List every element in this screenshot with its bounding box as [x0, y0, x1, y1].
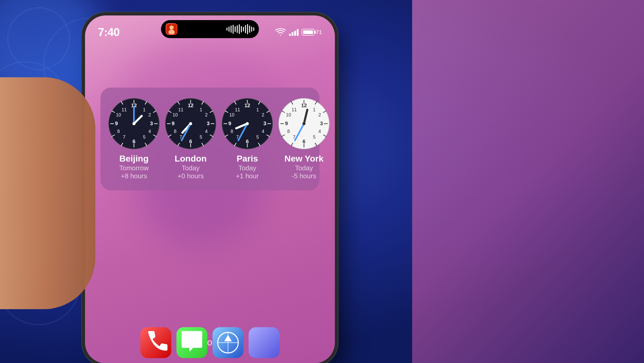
clock-label-paris: Paris Today +1 hour: [236, 154, 259, 180]
clock-widget[interactable]: 12 3 6 9 1 2 4 5 7 8 10 11: [100, 88, 319, 190]
status-time: 7:40: [98, 26, 120, 39]
svg-text:8: 8: [287, 129, 290, 134]
svg-text:8: 8: [174, 129, 176, 134]
svg-marker-125: [224, 335, 232, 341]
svg-text:9: 9: [115, 121, 118, 126]
svg-point-0: [8, 8, 70, 70]
island-waveform: [226, 24, 254, 34]
app-icon-app[interactable]: [249, 327, 279, 358]
svg-text:4: 4: [262, 129, 264, 134]
svg-text:11: 11: [292, 107, 297, 112]
right-background: [412, 0, 644, 363]
clock-face-beijing: 12 3 6 9 1 2 4 5 7 8 10 11: [108, 98, 160, 149]
svg-text:2: 2: [318, 112, 321, 117]
app-dock: [100, 327, 319, 358]
svg-text:11: 11: [178, 107, 183, 112]
svg-text:5: 5: [143, 134, 146, 140]
svg-text:10: 10: [229, 112, 234, 117]
svg-point-65: [189, 122, 192, 125]
svg-text:6: 6: [189, 139, 192, 144]
svg-text:12: 12: [244, 103, 250, 108]
svg-text:12: 12: [301, 103, 307, 108]
svg-text:1: 1: [256, 107, 259, 112]
svg-text:2: 2: [148, 112, 151, 117]
svg-text:5: 5: [313, 134, 316, 140]
clock-item-newyork: 12 3 6 9 1 2 4 5 7 8 10 11: [278, 98, 330, 180]
svg-text:8: 8: [117, 129, 120, 134]
svg-text:5: 5: [256, 134, 259, 140]
clock-label-newyork: New York Today -5 hours: [284, 154, 324, 180]
svg-text:2: 2: [205, 112, 208, 117]
wifi-icon: [275, 28, 286, 36]
svg-text:6: 6: [302, 139, 305, 144]
svg-point-93: [246, 122, 249, 125]
app-icon-messages[interactable]: [176, 327, 207, 358]
signal-icon: [289, 29, 299, 36]
svg-text:7: 7: [123, 134, 125, 140]
clock-item-beijing: 12 3 6 9 1 2 4 5 7 8 10 11: [108, 98, 160, 180]
svg-text:4: 4: [148, 129, 151, 134]
svg-point-8: [170, 26, 174, 30]
svg-point-121: [302, 122, 306, 125]
clock-label-london: London Today +0 hours: [175, 154, 207, 180]
svg-point-37: [132, 122, 135, 125]
svg-text:8: 8: [231, 129, 233, 134]
svg-text:1: 1: [143, 107, 146, 112]
clock-face-london: 12 3 6 9 1 2 4 5 7 8 10 11: [165, 98, 216, 149]
clock-item-paris: 12 3 6 9 1 2 4 5 7 8 10 11: [222, 98, 273, 180]
clock-face-newyork: 12 3 6 9 1 2 4 5 7 8 10 11: [278, 98, 330, 149]
svg-text:2: 2: [262, 112, 264, 117]
svg-text:9: 9: [228, 121, 231, 126]
hand: [0, 77, 95, 309]
svg-text:10: 10: [173, 112, 178, 117]
svg-text:5: 5: [200, 134, 202, 140]
svg-text:11: 11: [122, 107, 127, 112]
clock-face-paris: 12 3 6 9 1 2 4 5 7 8 10 11: [222, 98, 273, 149]
island-avatar: [166, 23, 177, 35]
svg-text:1: 1: [200, 107, 202, 112]
app-icon-safari[interactable]: [213, 327, 243, 358]
svg-text:12: 12: [188, 103, 193, 108]
app-icon-phone[interactable]: [140, 327, 171, 358]
status-bar: 7:40: [85, 15, 335, 41]
svg-text:11: 11: [235, 107, 240, 112]
battery-level: 71: [316, 29, 322, 36]
svg-text:4: 4: [205, 129, 208, 134]
svg-text:9: 9: [285, 121, 288, 126]
svg-text:10: 10: [116, 112, 121, 117]
battery-icon: [302, 29, 315, 36]
phone-frame: 7:40: [85, 15, 335, 363]
dynamic-island: [161, 20, 259, 38]
svg-text:3: 3: [320, 121, 323, 126]
svg-text:3: 3: [150, 121, 153, 126]
svg-text:9: 9: [172, 121, 174, 126]
svg-text:6: 6: [246, 139, 249, 144]
clock-item-london: 12 3 6 9 1 2 4 5 7 8 10 11: [165, 98, 216, 180]
svg-text:10: 10: [286, 112, 291, 117]
svg-text:3: 3: [207, 121, 209, 126]
svg-text:3: 3: [263, 121, 266, 126]
svg-text:1: 1: [313, 107, 316, 112]
clock-label-beijing: Beijing Tomorrow +8 hours: [119, 154, 149, 180]
svg-text:4: 4: [318, 129, 321, 134]
svg-text:6: 6: [132, 139, 135, 144]
battery-container: 71: [302, 29, 322, 36]
status-icons: 71: [275, 28, 322, 36]
